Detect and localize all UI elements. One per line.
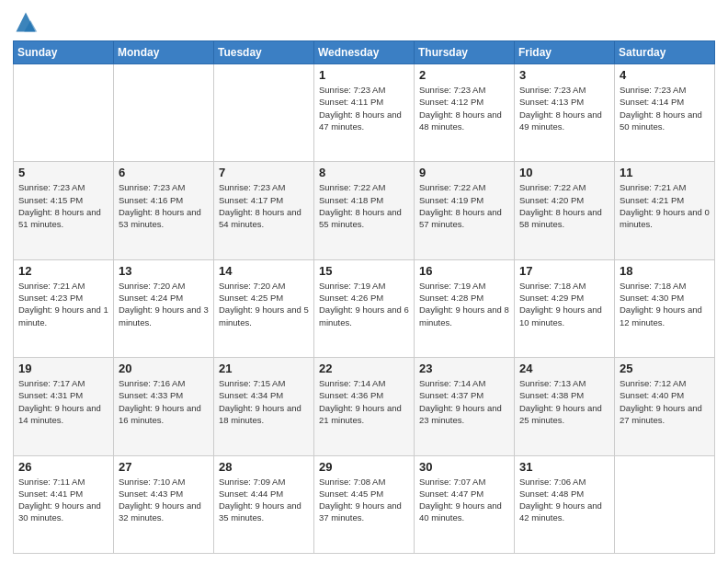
day-info: Sunrise: 7:23 AM Sunset: 4:16 PM Dayligh…	[119, 181, 209, 230]
day-number: 16	[419, 264, 509, 278]
day-number: 8	[319, 166, 409, 179]
day-info: Sunrise: 7:21 AM Sunset: 4:21 PM Dayligh…	[620, 181, 710, 230]
day-number: 13	[119, 264, 209, 278]
day-number: 3	[519, 68, 609, 82]
day-info: Sunrise: 7:17 AM Sunset: 4:31 PM Dayligh…	[18, 377, 108, 426]
day-info: Sunrise: 7:23 AM Sunset: 4:12 PM Dayligh…	[419, 84, 509, 132]
day-info: Sunrise: 7:13 AM Sunset: 4:38 PM Dayligh…	[519, 377, 609, 426]
calendar-day-cell: 24Sunrise: 7:13 AM Sunset: 4:38 PM Dayli…	[515, 358, 615, 455]
calendar-day-cell: 10Sunrise: 7:22 AM Sunset: 4:20 PM Dayli…	[515, 162, 615, 259]
calendar-day-cell: 11Sunrise: 7:21 AM Sunset: 4:21 PM Dayli…	[615, 162, 715, 259]
day-number: 25	[620, 362, 710, 375]
calendar-day-header: Tuesday	[214, 41, 314, 64]
header	[13, 9, 715, 35]
day-number: 20	[119, 362, 209, 375]
calendar-day-header: Sunday	[14, 41, 114, 64]
calendar-day-cell: 13Sunrise: 7:20 AM Sunset: 4:24 PM Dayli…	[114, 259, 214, 357]
day-info: Sunrise: 7:09 AM Sunset: 4:44 PM Dayligh…	[219, 476, 309, 524]
day-info: Sunrise: 7:19 AM Sunset: 4:26 PM Dayligh…	[319, 280, 409, 328]
day-info: Sunrise: 7:20 AM Sunset: 4:25 PM Dayligh…	[219, 280, 309, 328]
day-info: Sunrise: 7:14 AM Sunset: 4:36 PM Dayligh…	[319, 377, 409, 426]
calendar-week-row: 12Sunrise: 7:21 AM Sunset: 4:23 PM Dayli…	[14, 259, 715, 357]
day-number: 31	[519, 460, 609, 474]
day-number: 27	[119, 460, 209, 474]
day-info: Sunrise: 7:08 AM Sunset: 4:45 PM Dayligh…	[319, 476, 409, 524]
calendar-day-cell: 26Sunrise: 7:11 AM Sunset: 4:41 PM Dayli…	[14, 455, 114, 553]
calendar-week-row: 5Sunrise: 7:23 AM Sunset: 4:15 PM Daylig…	[14, 162, 715, 259]
day-number: 26	[18, 460, 108, 474]
logo	[13, 9, 42, 35]
day-info: Sunrise: 7:22 AM Sunset: 4:19 PM Dayligh…	[419, 181, 509, 230]
day-number: 18	[620, 264, 710, 278]
calendar-day-cell	[214, 64, 314, 162]
day-number: 10	[519, 166, 609, 179]
logo-icon	[13, 9, 39, 35]
calendar-day-cell: 31Sunrise: 7:06 AM Sunset: 4:48 PM Dayli…	[515, 455, 615, 553]
calendar-week-row: 19Sunrise: 7:17 AM Sunset: 4:31 PM Dayli…	[14, 358, 715, 455]
day-number: 19	[18, 362, 108, 375]
page: SundayMondayTuesdayWednesdayThursdayFrid…	[0, 0, 728, 563]
calendar-day-cell: 25Sunrise: 7:12 AM Sunset: 4:40 PM Dayli…	[615, 358, 715, 455]
calendar-day-cell: 23Sunrise: 7:14 AM Sunset: 4:37 PM Dayli…	[415, 358, 515, 455]
calendar-day-cell: 16Sunrise: 7:19 AM Sunset: 4:28 PM Dayli…	[415, 259, 515, 357]
day-number: 4	[620, 68, 710, 82]
calendar-day-cell: 1Sunrise: 7:23 AM Sunset: 4:11 PM Daylig…	[314, 64, 415, 162]
day-info: Sunrise: 7:22 AM Sunset: 4:18 PM Dayligh…	[319, 181, 409, 230]
calendar-day-cell: 15Sunrise: 7:19 AM Sunset: 4:26 PM Dayli…	[314, 259, 415, 357]
day-number: 30	[419, 460, 509, 474]
day-info: Sunrise: 7:07 AM Sunset: 4:47 PM Dayligh…	[419, 476, 509, 524]
day-info: Sunrise: 7:16 AM Sunset: 4:33 PM Dayligh…	[119, 377, 209, 426]
calendar-day-cell: 9Sunrise: 7:22 AM Sunset: 4:19 PM Daylig…	[415, 162, 515, 259]
calendar-day-cell: 6Sunrise: 7:23 AM Sunset: 4:16 PM Daylig…	[114, 162, 214, 259]
calendar-day-cell: 7Sunrise: 7:23 AM Sunset: 4:17 PM Daylig…	[214, 162, 314, 259]
calendar-day-header: Wednesday	[314, 41, 415, 64]
day-info: Sunrise: 7:20 AM Sunset: 4:24 PM Dayligh…	[119, 280, 209, 328]
day-info: Sunrise: 7:18 AM Sunset: 4:29 PM Dayligh…	[519, 280, 609, 328]
day-info: Sunrise: 7:11 AM Sunset: 4:41 PM Dayligh…	[18, 476, 108, 524]
calendar-day-header: Friday	[515, 41, 615, 64]
day-info: Sunrise: 7:14 AM Sunset: 4:37 PM Dayligh…	[419, 377, 509, 426]
calendar-header-row: SundayMondayTuesdayWednesdayThursdayFrid…	[14, 41, 715, 64]
day-number: 28	[219, 460, 309, 474]
calendar-day-cell: 27Sunrise: 7:10 AM Sunset: 4:43 PM Dayli…	[114, 455, 214, 553]
day-info: Sunrise: 7:23 AM Sunset: 4:13 PM Dayligh…	[519, 84, 609, 132]
day-info: Sunrise: 7:23 AM Sunset: 4:11 PM Dayligh…	[319, 84, 409, 132]
day-info: Sunrise: 7:15 AM Sunset: 4:34 PM Dayligh…	[219, 377, 309, 426]
day-info: Sunrise: 7:23 AM Sunset: 4:17 PM Dayligh…	[219, 181, 309, 230]
day-info: Sunrise: 7:21 AM Sunset: 4:23 PM Dayligh…	[18, 280, 108, 328]
calendar-day-cell: 29Sunrise: 7:08 AM Sunset: 4:45 PM Dayli…	[314, 455, 415, 553]
day-info: Sunrise: 7:19 AM Sunset: 4:28 PM Dayligh…	[419, 280, 509, 328]
calendar-day-cell: 17Sunrise: 7:18 AM Sunset: 4:29 PM Dayli…	[515, 259, 615, 357]
calendar-day-cell: 3Sunrise: 7:23 AM Sunset: 4:13 PM Daylig…	[515, 64, 615, 162]
calendar-week-row: 1Sunrise: 7:23 AM Sunset: 4:11 PM Daylig…	[14, 64, 715, 162]
calendar-day-cell: 18Sunrise: 7:18 AM Sunset: 4:30 PM Dayli…	[615, 259, 715, 357]
calendar-week-row: 26Sunrise: 7:11 AM Sunset: 4:41 PM Dayli…	[14, 455, 715, 553]
calendar-day-header: Monday	[114, 41, 214, 64]
day-number: 24	[519, 362, 609, 375]
day-number: 15	[319, 264, 409, 278]
calendar-day-cell: 22Sunrise: 7:14 AM Sunset: 4:36 PM Dayli…	[314, 358, 415, 455]
day-number: 17	[519, 264, 609, 278]
day-number: 12	[18, 264, 108, 278]
calendar-day-cell	[615, 455, 715, 553]
day-number: 5	[18, 166, 108, 179]
day-info: Sunrise: 7:22 AM Sunset: 4:20 PM Dayligh…	[519, 181, 609, 230]
day-info: Sunrise: 7:10 AM Sunset: 4:43 PM Dayligh…	[119, 476, 209, 524]
calendar-day-cell: 19Sunrise: 7:17 AM Sunset: 4:31 PM Dayli…	[14, 358, 114, 455]
calendar-day-cell	[14, 64, 114, 162]
calendar-day-header: Thursday	[415, 41, 515, 64]
day-number: 7	[219, 166, 309, 179]
calendar-table: SundayMondayTuesdayWednesdayThursdayFrid…	[13, 40, 715, 554]
calendar-day-cell: 5Sunrise: 7:23 AM Sunset: 4:15 PM Daylig…	[14, 162, 114, 259]
day-info: Sunrise: 7:23 AM Sunset: 4:15 PM Dayligh…	[18, 181, 108, 230]
calendar-day-header: Saturday	[615, 41, 715, 64]
calendar-day-cell: 2Sunrise: 7:23 AM Sunset: 4:12 PM Daylig…	[415, 64, 515, 162]
calendar-day-cell	[114, 64, 214, 162]
day-info: Sunrise: 7:06 AM Sunset: 4:48 PM Dayligh…	[519, 476, 609, 524]
calendar-day-cell: 21Sunrise: 7:15 AM Sunset: 4:34 PM Dayli…	[214, 358, 314, 455]
day-number: 2	[419, 68, 509, 82]
day-info: Sunrise: 7:23 AM Sunset: 4:14 PM Dayligh…	[620, 84, 710, 132]
calendar-day-cell: 4Sunrise: 7:23 AM Sunset: 4:14 PM Daylig…	[615, 64, 715, 162]
day-info: Sunrise: 7:18 AM Sunset: 4:30 PM Dayligh…	[620, 280, 710, 328]
day-number: 1	[319, 68, 409, 82]
